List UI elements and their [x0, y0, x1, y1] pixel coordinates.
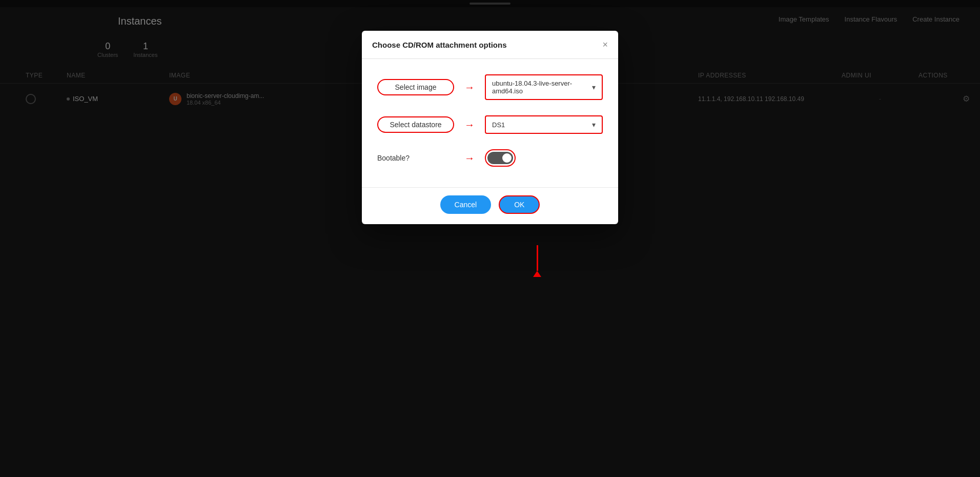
arrow-head [533, 271, 541, 277]
image-arrow: → [454, 82, 485, 93]
select-image-row: Select image → ubuntu-18.04.3-live-serve… [377, 74, 603, 100]
modal-title: Choose CD/ROM attachment options [372, 41, 507, 49]
right-arrow-icon: → [464, 82, 475, 93]
right-arrow-icon-2: → [464, 119, 475, 131]
arrow-line [537, 245, 538, 271]
cancel-button[interactable]: Cancel [440, 195, 492, 214]
modal-footer: Cancel OK [362, 187, 618, 224]
modal-overlay: Choose CD/ROM attachment options × Selec… [0, 0, 980, 477]
datastore-select-wrapper[interactable]: DS1 ▾ [485, 115, 603, 134]
modal-body: Select image → ubuntu-18.04.3-live-serve… [362, 59, 618, 187]
datastore-select-value: DS1 [492, 121, 505, 129]
image-select[interactable]: ubuntu-18.04.3-live-server-amd64.iso ▾ [486, 75, 602, 99]
bootable-label: Bootable? [377, 154, 454, 162]
bootable-toggle-wrapper[interactable] [485, 149, 516, 167]
toggle-slider [487, 152, 513, 164]
select-datastore-label: Select datastore [377, 116, 454, 133]
datastore-arrow: → [454, 119, 485, 131]
datastore-select[interactable]: DS1 ▾ [486, 116, 602, 133]
modal-close-button[interactable]: × [602, 40, 608, 49]
image-chevron-icon: ▾ [592, 83, 596, 91]
datastore-chevron-icon: ▾ [592, 121, 596, 129]
bootable-row: Bootable? → [377, 149, 603, 167]
ok-button[interactable]: OK [499, 195, 540, 214]
select-image-label: Select image [377, 79, 454, 95]
modal-header: Choose CD/ROM attachment options × [362, 31, 618, 59]
image-select-wrapper[interactable]: ubuntu-18.04.3-live-server-amd64.iso ▾ [485, 74, 603, 100]
modal-dialog: Choose CD/ROM attachment options × Selec… [362, 31, 618, 224]
ok-annotation-arrow [533, 245, 541, 277]
bootable-toggle[interactable] [487, 152, 513, 164]
bootable-arrow: → [454, 152, 485, 164]
image-select-value: ubuntu-18.04.3-live-server-amd64.iso [492, 80, 592, 95]
select-datastore-row: Select datastore → DS1 ▾ [377, 115, 603, 134]
